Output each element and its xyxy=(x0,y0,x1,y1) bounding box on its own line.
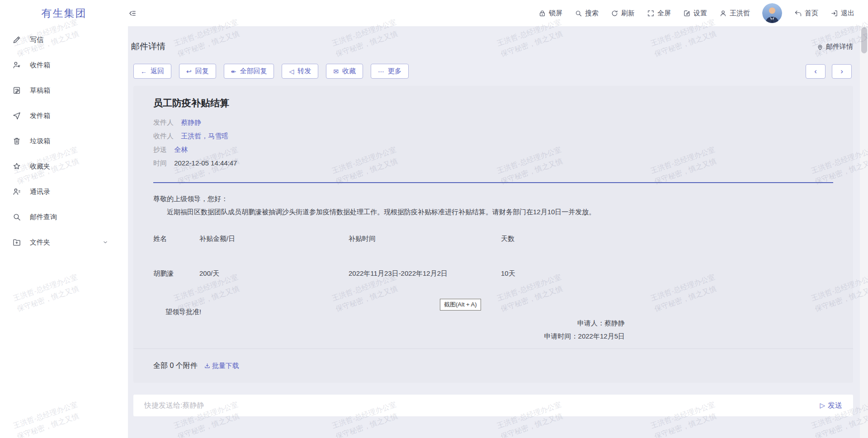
from-label: 发件人 xyxy=(153,118,174,126)
user-avatar[interactable] xyxy=(762,3,782,23)
mail-greeting: 尊敬的上级领导，您好： xyxy=(153,194,833,203)
reply-all-button[interactable]: ↞ 全部回复 xyxy=(224,64,274,79)
chevron-left-icon: ‹ xyxy=(814,67,817,76)
applicant-name: 蔡静静 xyxy=(604,319,625,327)
cc-label: 抄送 xyxy=(153,146,167,153)
cc-contact[interactable]: 全林 xyxy=(174,146,188,153)
apply-time-label: 申请时间： xyxy=(544,332,578,340)
refresh-button[interactable]: 刷新 xyxy=(611,9,635,18)
from-contact[interactable]: 蔡静静 xyxy=(181,118,201,126)
lock-screen-button[interactable]: 锁屏 xyxy=(538,9,562,18)
mail-pager: ‹ › xyxy=(806,64,852,79)
apply-time-line: 申请时间：2022年12月5日 xyxy=(544,330,625,343)
fullscreen-button[interactable]: 全屏 xyxy=(647,9,671,18)
star-icon xyxy=(12,162,21,171)
send-button[interactable]: ▷ 发送 xyxy=(820,401,842,410)
logout-label: 退出 xyxy=(841,9,854,18)
favorite-button[interactable]: ✉ 收藏 xyxy=(326,64,363,79)
sidebar: 有生集团 写信 收件箱 草稿箱 发件箱 垃圾箱 xyxy=(0,0,128,438)
ellipsis-icon: ⋯ xyxy=(378,68,384,75)
download-icon xyxy=(204,363,211,369)
cell-days: 10天 xyxy=(501,267,833,280)
trash-icon xyxy=(12,137,21,146)
sidebar-item-sent[interactable]: 发件箱 xyxy=(0,103,128,128)
reply-button[interactable]: ↩ 回复 xyxy=(179,64,216,79)
forward-label: 转发 xyxy=(297,67,311,75)
app-root: 有生集团 写信 收件箱 草稿箱 发件箱 垃圾箱 xyxy=(0,0,868,438)
sidebar-item-label: 通讯录 xyxy=(30,188,108,196)
mail-cc-row: 抄送 全林 xyxy=(153,143,833,156)
next-mail-button[interactable]: › xyxy=(832,64,852,79)
location-pin-icon xyxy=(816,43,824,51)
sidebar-item-compose[interactable]: 写信 xyxy=(0,27,128,52)
page-title: 邮件详情 xyxy=(131,41,165,52)
table-header-row: 姓名 补贴金额/日 补贴时间 天数 xyxy=(153,232,833,245)
return-arrow-icon xyxy=(794,9,802,17)
home-button[interactable]: 首页 xyxy=(794,9,818,18)
sidebar-item-inbox[interactable]: 收件箱 xyxy=(0,52,128,78)
app-logo: 有生集团 xyxy=(0,0,128,26)
pencil-icon xyxy=(12,35,21,44)
topbar-actions: 锁屏 搜索 刷新 全屏 设置 王洪哲 xyxy=(538,3,868,23)
sidebar-item-label: 写信 xyxy=(30,36,108,44)
collapse-sidebar-icon[interactable] xyxy=(128,9,137,18)
settings-button[interactable]: 设置 xyxy=(683,9,707,18)
user-name: 王洪哲 xyxy=(730,9,750,18)
attachment-summary: 全部 0 个附件 xyxy=(153,361,198,371)
topbar: 锁屏 搜索 刷新 全屏 设置 王洪哲 xyxy=(128,0,868,26)
sidebar-item-label: 收藏夹 xyxy=(30,162,108,171)
forward-button[interactable]: ◁ 转发 xyxy=(282,64,318,79)
scrollbar-thumb[interactable] xyxy=(861,27,867,53)
send-triangle-icon: ▷ xyxy=(820,401,825,410)
mail-to-row: 收件人 王洪哲，马雪瑶 xyxy=(153,129,833,143)
lock-icon xyxy=(538,9,546,17)
reply-label: 回复 xyxy=(195,67,209,75)
subsidy-table: 姓名 补贴金额/日 补贴时间 天数 胡鹏濠 200/天 2022年11月23日-… xyxy=(153,232,833,280)
chevron-right-icon: › xyxy=(840,67,843,76)
fullscreen-icon xyxy=(647,9,655,17)
sidebar-item-folders[interactable]: 文件夹 xyxy=(0,230,128,255)
quick-send-bar: ▷ 发送 xyxy=(133,395,853,416)
sidebar-item-label: 草稿箱 xyxy=(30,86,108,95)
sidebar-item-contacts[interactable]: 通讯录 xyxy=(0,179,128,204)
prev-mail-button[interactable]: ‹ xyxy=(806,64,826,79)
lock-screen-label: 锁屏 xyxy=(549,9,562,18)
apply-time-value: 2022年12月5日 xyxy=(578,332,625,340)
screenshot-tooltip: 截图(Alt + A) xyxy=(440,299,481,311)
quick-send-input[interactable] xyxy=(144,401,820,410)
applicant-label: 申请人： xyxy=(577,319,604,327)
col-name: 姓名 xyxy=(153,232,199,245)
current-user[interactable]: 王洪哲 xyxy=(719,9,750,18)
sidebar-item-drafts[interactable]: 草稿箱 xyxy=(0,78,128,103)
col-days: 天数 xyxy=(501,232,833,245)
main-panel: 邮件详情 邮件详情 ← 返回 ↩ 回复 ↞ 全部回复 ◁ 转发 ✉ xyxy=(128,26,860,438)
chevron-down-icon[interactable] xyxy=(102,239,108,245)
mail-card: 员工防疫补贴结算 发件人 蔡静静 收件人 王洪哲，马雪瑶 抄送 全林 时间 20… xyxy=(133,86,853,383)
sidebar-item-trash[interactable]: 垃圾箱 xyxy=(0,128,128,154)
favorite-label: 收藏 xyxy=(342,67,356,75)
refresh-icon xyxy=(611,9,618,17)
batch-download-link[interactable]: 批量下载 xyxy=(204,362,239,370)
mail-subject: 员工防疫补贴结算 xyxy=(153,86,833,109)
sidebar-item-mail-search[interactable]: 邮件查询 xyxy=(0,204,128,230)
more-button[interactable]: ⋯ 更多 xyxy=(371,64,409,79)
refresh-label: 刷新 xyxy=(621,9,635,18)
to-contacts[interactable]: 王洪哲，马雪瑶 xyxy=(181,132,228,140)
applicant-block: 申请人：蔡静静 申请时间：2022年12月5日 xyxy=(544,316,625,343)
sidebar-item-label: 垃圾箱 xyxy=(30,137,108,146)
mail-paragraph: 近期福田区数据团队成员胡鹏濠被抽调沙头街道参加疫情数据处理工作。现根据防疫补贴标… xyxy=(153,207,833,217)
search-button[interactable]: 搜索 xyxy=(575,9,599,18)
sidebar-item-favorites[interactable]: 收藏夹 xyxy=(0,154,128,179)
search-icon xyxy=(12,212,21,221)
table-row: 胡鹏濠 200/天 2022年11月23日-2022年12月2日 10天 xyxy=(153,267,833,280)
folder-plus-icon xyxy=(12,238,21,247)
col-period: 补贴时间 xyxy=(349,232,501,245)
mail-time: 2022-12-05 14:44:47 xyxy=(174,159,237,167)
sidebar-item-label: 发件箱 xyxy=(30,112,108,120)
logout-button[interactable]: 退出 xyxy=(830,9,854,18)
reply-all-icon: ↞ xyxy=(231,68,236,75)
inbox-icon xyxy=(12,61,21,70)
back-button[interactable]: ← 返回 xyxy=(133,64,171,79)
search-label: 搜索 xyxy=(585,9,599,18)
reply-all-label: 全部回复 xyxy=(240,67,267,75)
